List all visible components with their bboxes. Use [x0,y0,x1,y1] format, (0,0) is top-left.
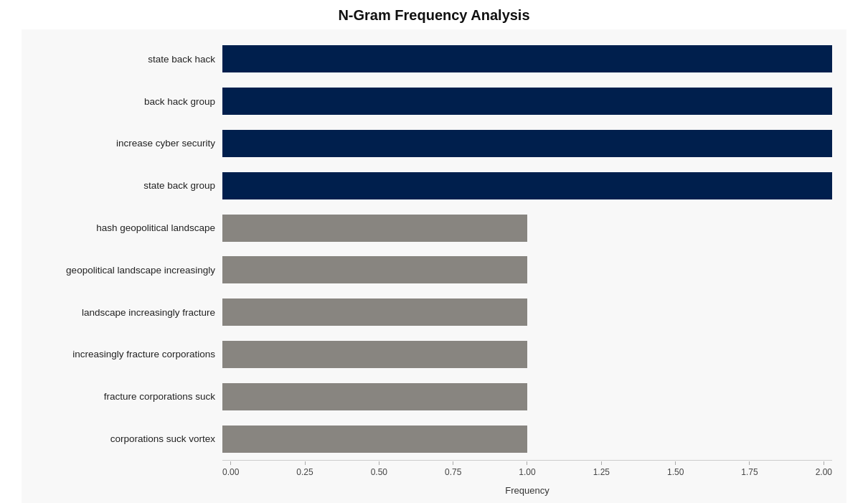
x-tick-label: 1.00 [519,467,535,477]
x-tick-label: 1.25 [593,467,610,477]
x-tick: 0.75 [445,461,461,477]
bar-row: state back group [29,164,832,207]
bar-label: landscape increasingly fracture [29,307,222,318]
x-tick: 0.50 [371,461,387,477]
x-tick-line [749,461,750,465]
bar-row: corporations suck vortex [29,418,832,460]
bar-row: increase cyber security [29,123,832,165]
bar-track [222,45,832,72]
x-tick-label: 2.00 [816,467,832,477]
x-tick-label: 0.25 [296,467,313,477]
x-tick-label: 0.00 [222,467,239,477]
bar-fill [222,298,527,326]
x-tick: 0.25 [296,461,313,477]
bar-fill [222,426,527,453]
bar-fill [222,172,832,199]
x-tick-label: 1.75 [741,467,758,477]
bar-track [222,215,832,242]
x-tick-line [305,461,306,465]
x-axis-title: Frequency [222,485,832,496]
chart-area: state back hackback hack groupincrease c… [22,29,846,503]
x-tick: 1.00 [519,461,535,477]
x-tick: 1.50 [667,461,684,477]
chart-container: N-Gram Frequency Analysis state back hac… [0,0,868,503]
x-tick-line [824,461,824,465]
bar-fill [222,341,527,368]
x-ticks: 0.000.250.500.751.001.251.501.752.00 [222,461,832,477]
x-tick: 1.25 [593,461,610,477]
bar-label: state back group [29,180,222,191]
x-tick-line [230,461,231,465]
x-axis-line [222,460,832,461]
bar-track [222,256,832,283]
bar-row: increasingly fracture corporations [29,334,832,376]
x-axis: 0.000.250.500.751.001.251.501.752.00 Fre… [222,460,832,496]
bar-row: geopolitical landscape increasingly [29,249,832,291]
bar-row: fracture corporations suck [29,375,832,418]
bar-fill [222,130,832,157]
bar-label: back hack group [29,96,222,107]
bar-label: geopolitical landscape increasingly [29,265,222,276]
bar-fill [222,383,527,410]
x-tick: 0.00 [222,461,239,477]
bar-label: fracture corporations suck [29,391,222,402]
bar-row: state back hack [29,38,832,80]
bar-track [222,298,832,326]
bar-track [222,130,832,157]
bar-label: increase cyber security [29,138,222,149]
bar-track [222,383,832,410]
x-tick-label: 0.75 [445,467,461,477]
x-tick: 1.75 [741,461,758,477]
bar-fill [222,256,527,283]
chart-title: N-Gram Frequency Analysis [338,7,529,24]
bar-track [222,172,832,199]
bar-row: landscape increasingly fracture [29,291,832,334]
x-tick-line [675,461,676,465]
bar-fill [222,215,527,242]
bar-fill [222,45,832,72]
x-tick: 2.00 [816,461,832,477]
bar-label: corporations suck vortex [29,433,222,444]
bar-track [222,426,832,453]
x-tick-line [379,461,379,465]
x-tick-label: 0.50 [371,467,387,477]
bar-track [222,88,832,115]
x-tick-line [601,461,602,465]
x-tick-line [453,461,453,465]
bar-label: state back hack [29,54,222,65]
bar-fill [222,88,832,115]
x-tick-label: 1.50 [667,467,684,477]
bar-row: back hack group [29,80,832,123]
bar-label: increasingly fracture corporations [29,349,222,359]
x-tick-line [527,461,527,465]
bar-track [222,341,832,368]
bar-label: hash geopolitical landscape [29,222,222,233]
bar-row: hash geopolitical landscape [29,207,832,249]
